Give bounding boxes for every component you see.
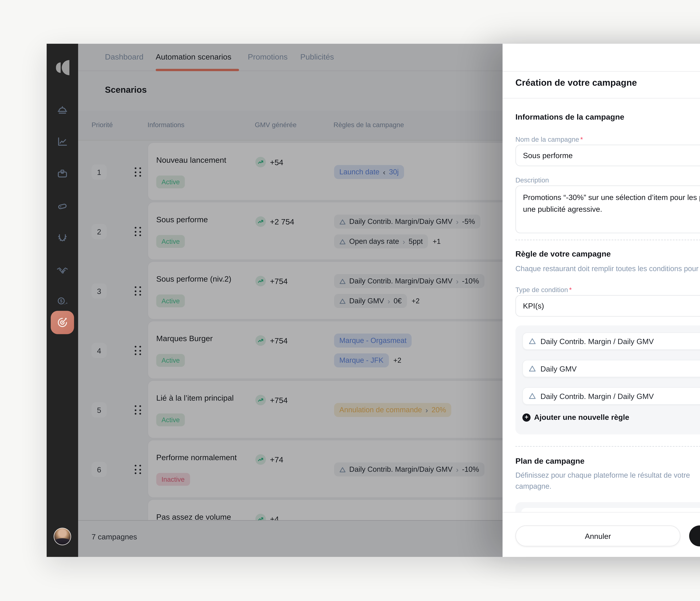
dashed-divider (515, 240, 700, 240)
status-badge: Active (156, 176, 185, 189)
add-rule-button[interactable]: + Ajouter une nouvelle règle (522, 413, 629, 422)
cloche-icon (56, 104, 68, 116)
condition-type-select[interactable]: KPI(s) (515, 295, 700, 317)
priority-badge: 1 (92, 165, 107, 179)
active-tab-underline (156, 69, 239, 71)
sidebar-item-promotions[interactable] (47, 197, 78, 215)
drawer-footer: Annuler Créer la campagne (503, 512, 700, 557)
scenario-name: Pas assez de volume (156, 512, 231, 520)
header-divider (78, 140, 503, 141)
scenario-card[interactable]: Sous performe Active +2 754 Daily Contri… (148, 202, 503, 260)
footer-divider (78, 520, 503, 521)
dashed-divider (515, 446, 700, 447)
drag-handle[interactable] (135, 344, 142, 357)
col-gmv: GMV générée (255, 121, 297, 128)
rules-section-subheading: Chaque restaurant doit remplir toutes le… (515, 264, 700, 274)
info-section-heading: Informations de la campagne (515, 112, 624, 121)
rules-card: Daily Contrib. Margin / Daily GMV › (515, 325, 700, 434)
name-label: Nom de la campagne* (515, 136, 583, 143)
logo-half-large (61, 60, 69, 75)
scenario-card[interactable]: Marques Burger Active +754 Marque - Orga… (148, 321, 503, 379)
tab-promotions[interactable]: Promotions (248, 52, 288, 61)
drag-handle[interactable] (135, 462, 142, 476)
rule-pill: Marque - JFK (334, 353, 389, 368)
table-header: Priorité Informations GMV générée Règles… (78, 111, 503, 140)
campaign-name-input[interactable] (523, 151, 700, 160)
laurel-icon (56, 232, 68, 244)
sidebar-item-briefcase[interactable] (47, 165, 78, 182)
kpi-delta-icon (340, 298, 346, 304)
drag-handle[interactable] (135, 403, 142, 417)
target-icon (56, 316, 69, 329)
trend-up-icon (255, 276, 266, 286)
priority-badge: 5 (92, 402, 107, 418)
rule-pill: Annulation de commande›20% (334, 403, 451, 417)
brand-logo-icon (47, 60, 78, 75)
drawer-title: Création de votre campagne (515, 78, 637, 88)
table-row: 5 Lié à la l’item principal Active +754 … (78, 380, 503, 440)
tab-publicites[interactable]: Publicités (300, 52, 334, 61)
drag-handle[interactable] (135, 224, 142, 239)
scenario-card[interactable]: Performe normalement Inactive +74 Daily … (148, 440, 503, 498)
rule-row: Daily Contrib. Margin / Daily GMV › (522, 332, 700, 350)
kpi-delta-icon (340, 278, 346, 284)
kpi-select[interactable]: Daily Contrib. Margin / Daily GMV (522, 387, 700, 405)
sidebar-item-restaurant[interactable] (47, 101, 78, 118)
trend-up-icon (255, 395, 266, 405)
trend-up-icon (255, 216, 266, 227)
rules-cell: Daily Contrib. Margin/Daiy GMV›-10% (334, 440, 484, 499)
more-rules-count: +2 (393, 356, 401, 365)
cancel-button[interactable]: Annuler (515, 525, 680, 546)
scenario-card[interactable]: Sous performe (niv.2) Active +754 Daily … (148, 261, 503, 320)
priority-badge: 6 (92, 462, 107, 477)
sidebar-item-rewards[interactable] (47, 229, 78, 247)
svg-text:$: $ (60, 299, 62, 303)
gmv-cell: +4 (255, 514, 279, 520)
col-regles: Règles de la campagne (333, 121, 404, 128)
drag-handle[interactable] (135, 165, 142, 179)
rules-cell: Annulation de commande›20% (334, 381, 451, 439)
page-title: Scenarios (105, 84, 147, 95)
table-row: 7 Pas assez de volume +4 Daily Contrib. … (78, 499, 503, 520)
gmv-cell: +754 (255, 276, 288, 286)
required-mark: * (569, 286, 572, 293)
rules-cell: Daily Contrib. Margin/Daiy GMV›-10% Dail… (334, 262, 484, 320)
required-mark: * (580, 136, 583, 143)
sidebar-item-partners[interactable] (47, 261, 78, 279)
tab-automation-scenarios[interactable]: Automation scenarios (156, 52, 231, 61)
sidebar-item-campaigns-active[interactable] (51, 311, 74, 334)
briefcase-icon (56, 168, 68, 179)
sidebar-item-analytics[interactable] (47, 133, 78, 151)
scenario-name: Marques Burger (156, 334, 212, 343)
kpi-delta-icon (340, 238, 346, 245)
scenario-name: Sous performe (156, 215, 208, 224)
create-campaign-button[interactable]: Créer la campagne (689, 525, 700, 546)
kpi-delta-icon (529, 393, 536, 400)
rule-pill: Marque - Orgasmeat (334, 333, 412, 348)
scenario-card[interactable]: Pas assez de volume +4 Daily Contrib. Ma… (148, 499, 503, 520)
analytics-chart-icon (56, 136, 68, 147)
money-chat-icon: $ (56, 296, 68, 308)
gmv-cell: +2 754 (255, 216, 294, 227)
rule-pill: Open days rate›5ppt (334, 234, 428, 248)
status-badge: Active (156, 414, 185, 426)
gmv-cell: +54 (255, 157, 283, 167)
drag-handle[interactable] (135, 284, 142, 298)
description-textarea[interactable]: Promotions “-30%” sur une sélection d’it… (515, 185, 700, 233)
campaign-name-field[interactable] (515, 145, 700, 166)
kpi-select[interactable]: Daily GMV (522, 360, 700, 377)
trend-up-icon (255, 335, 266, 346)
condition-type-label: Type de condition* (515, 286, 572, 293)
tab-dashboard[interactable]: Dashboard (105, 52, 144, 61)
scenario-card[interactable]: Nouveau lancement Active +54 Launch date… (148, 142, 503, 201)
sidebar-item-finance[interactable]: $ (47, 293, 78, 311)
user-avatar[interactable] (54, 528, 71, 545)
tag-icon (56, 200, 68, 211)
kpi-select[interactable]: Daily Contrib. Margin / Daily GMV (522, 332, 700, 350)
rule-pill: Daily Contrib. Margin/Daiy GMV›-10% (334, 462, 484, 476)
screen: $ Dashboard Automation scenarios Promoti… (0, 0, 700, 601)
table-row: 6 Performe normalement Inactive +74 Dail… (78, 440, 503, 499)
kpi-delta-icon (340, 466, 346, 473)
priority-badge: 4 (92, 343, 107, 358)
scenario-card[interactable]: Lié à la l’item principal Active +754 An… (148, 380, 503, 439)
